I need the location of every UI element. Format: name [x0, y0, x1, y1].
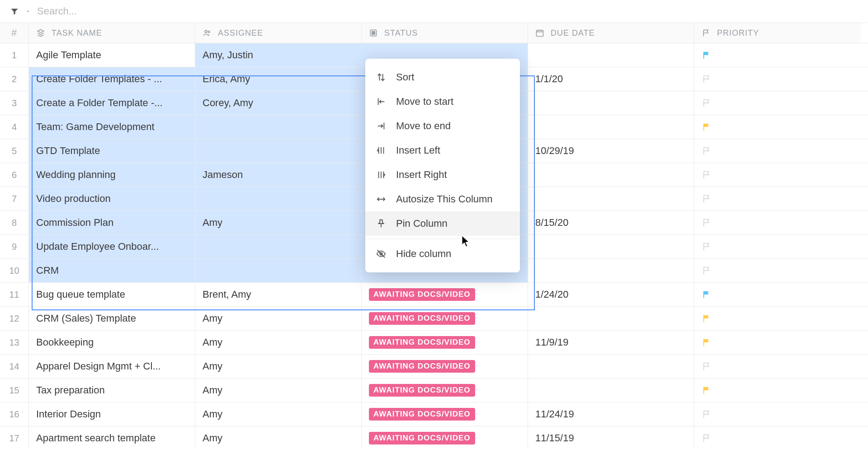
cell-due-date[interactable] [528, 379, 694, 402]
cell-task-name[interactable]: CRM [29, 259, 195, 282]
cell-due-date[interactable] [528, 43, 694, 67]
filter-dropdown-icon[interactable] [25, 9, 31, 14]
cell-assignee[interactable] [195, 259, 362, 282]
cell-due-date[interactable] [528, 235, 694, 258]
cell-priority[interactable] [694, 91, 861, 115]
column-header-due-date[interactable]: DUE DATE [528, 23, 694, 43]
priority-flag-icon[interactable] [702, 194, 712, 204]
cell-status[interactable]: AWAITING DOCS/VIDEO [362, 426, 528, 449]
cell-assignee[interactable]: Amy [195, 402, 362, 426]
cell-priority[interactable] [694, 187, 861, 210]
search-input[interactable] [37, 5, 308, 17]
cell-priority[interactable] [694, 259, 861, 282]
priority-flag-icon[interactable] [702, 242, 712, 252]
cell-assignee[interactable] [195, 187, 362, 210]
cell-assignee[interactable]: Brent, Amy [195, 283, 362, 306]
table-row[interactable]: 14 Apparel Design Mgmt + Cl... Amy AWAIT… [0, 355, 868, 379]
status-badge[interactable]: AWAITING DOCS/VIDEO [369, 360, 475, 373]
status-badge[interactable]: AWAITING DOCS/VIDEO [369, 384, 475, 397]
table-row[interactable]: 15 Tax preparation Amy AWAITING DOCS/VID… [0, 379, 868, 402]
cell-priority[interactable] [694, 115, 861, 139]
priority-flag-icon[interactable] [702, 337, 712, 347]
menu-item-hide[interactable]: Hide column [365, 242, 520, 266]
cell-status[interactable]: AWAITING DOCS/VIDEO [362, 331, 528, 354]
priority-flag-icon[interactable] [702, 266, 712, 276]
cell-assignee[interactable] [195, 235, 362, 258]
cell-task-name[interactable]: Create Folder Templates - ... [29, 67, 195, 91]
cell-assignee[interactable]: Amy [195, 355, 362, 378]
cell-due-date[interactable] [528, 163, 694, 187]
menu-item-insert-right[interactable]: Insert Right [365, 163, 520, 187]
cell-assignee[interactable]: Amy [195, 307, 362, 330]
cell-task-name[interactable]: Interior Design [29, 402, 195, 426]
priority-flag-icon[interactable] [702, 361, 712, 371]
priority-flag-icon[interactable] [702, 218, 712, 228]
cell-due-date[interactable] [528, 307, 694, 330]
cell-priority[interactable] [694, 331, 861, 354]
cell-task-name[interactable]: Bookkeeping [29, 331, 195, 354]
priority-flag-icon[interactable] [702, 385, 712, 395]
cell-task-name[interactable]: Commission Plan [29, 211, 195, 234]
table-row[interactable]: 13 Bookkeeping Amy AWAITING DOCS/VIDEO 1… [0, 331, 868, 355]
cell-status[interactable]: AWAITING DOCS/VIDEO [362, 307, 528, 330]
priority-flag-icon[interactable] [702, 433, 712, 443]
priority-flag-icon[interactable] [702, 122, 712, 132]
cell-due-date[interactable]: 11/24/19 [528, 402, 694, 426]
priority-flag-icon[interactable] [702, 98, 712, 108]
cell-assignee[interactable]: Amy [195, 211, 362, 234]
menu-item-insert-left[interactable]: Insert Left [365, 138, 520, 163]
cell-due-date[interactable] [528, 259, 694, 282]
cell-priority[interactable] [694, 139, 861, 163]
cell-task-name[interactable]: Team: Game Development [29, 115, 195, 139]
cell-priority[interactable] [694, 426, 861, 449]
cell-status[interactable]: AWAITING DOCS/VIDEO [362, 379, 528, 402]
menu-item-sort[interactable]: Sort [365, 65, 520, 89]
menu-item-move-end[interactable]: Move to end [365, 114, 520, 138]
cell-task-name[interactable]: Create a Folder Template -... [29, 91, 195, 115]
cell-status[interactable]: AWAITING DOCS/VIDEO [362, 402, 528, 426]
cell-priority[interactable] [694, 67, 861, 91]
priority-flag-icon[interactable] [702, 170, 712, 180]
cell-priority[interactable] [694, 402, 861, 426]
table-row[interactable]: 17 Apartment search template Amy AWAITIN… [0, 426, 868, 449]
cell-priority[interactable] [694, 379, 861, 402]
cell-priority[interactable] [694, 283, 861, 306]
column-header-status[interactable]: STATUS [362, 23, 528, 43]
priority-flag-icon[interactable] [702, 146, 712, 156]
cell-due-date[interactable]: 10/29/19 [528, 139, 694, 163]
cell-task-name[interactable]: Bug queue template [29, 283, 195, 306]
cell-priority[interactable] [694, 235, 861, 258]
status-badge[interactable]: AWAITING DOCS/VIDEO [369, 336, 475, 349]
cell-assignee[interactable]: Amy, Justin [195, 43, 362, 67]
cell-due-date[interactable]: 1/1/20 [528, 67, 694, 91]
status-badge[interactable]: AWAITING DOCS/VIDEO [369, 312, 475, 325]
column-header-assignee[interactable]: ASSIGNEE [195, 23, 362, 43]
cell-task-name[interactable]: Update Employee Onboar... [29, 235, 195, 258]
cell-status[interactable]: AWAITING DOCS/VIDEO [362, 355, 528, 378]
status-badge[interactable]: AWAITING DOCS/VIDEO [369, 408, 475, 421]
status-badge[interactable]: AWAITING DOCS/VIDEO [369, 288, 475, 301]
priority-flag-icon[interactable] [702, 313, 712, 323]
cell-assignee[interactable] [195, 115, 362, 139]
column-header-task-name[interactable]: TASK NAME [29, 23, 195, 43]
cell-task-name[interactable]: GTD Template [29, 139, 195, 163]
cell-task-name[interactable]: Video production [29, 187, 195, 210]
cell-task-name[interactable]: Agile Template [29, 43, 195, 67]
cell-due-date[interactable]: 11/9/19 [528, 331, 694, 354]
cell-task-name[interactable]: Apparel Design Mgmt + Cl... [29, 355, 195, 378]
cell-assignee[interactable]: Corey, Amy [195, 91, 362, 115]
cell-assignee[interactable]: Amy [195, 331, 362, 354]
cell-due-date[interactable] [528, 91, 694, 115]
cell-task-name[interactable]: Wedding planning [29, 163, 195, 187]
column-header-priority[interactable]: PRIORITY [694, 23, 861, 43]
cell-assignee[interactable]: Amy [195, 379, 362, 402]
cell-assignee[interactable]: Amy [195, 426, 362, 449]
table-row[interactable]: 12 CRM (Sales) Template Amy AWAITING DOC… [0, 307, 868, 331]
cell-task-name[interactable]: Apartment search template [29, 426, 195, 449]
cell-assignee[interactable] [195, 139, 362, 163]
table-row[interactable]: 16 Interior Design Amy AWAITING DOCS/VID… [0, 402, 868, 426]
cell-task-name[interactable]: Tax preparation [29, 379, 195, 402]
cell-priority[interactable] [694, 355, 861, 378]
column-header-number[interactable]: # [0, 23, 29, 43]
priority-flag-icon[interactable] [702, 74, 712, 84]
